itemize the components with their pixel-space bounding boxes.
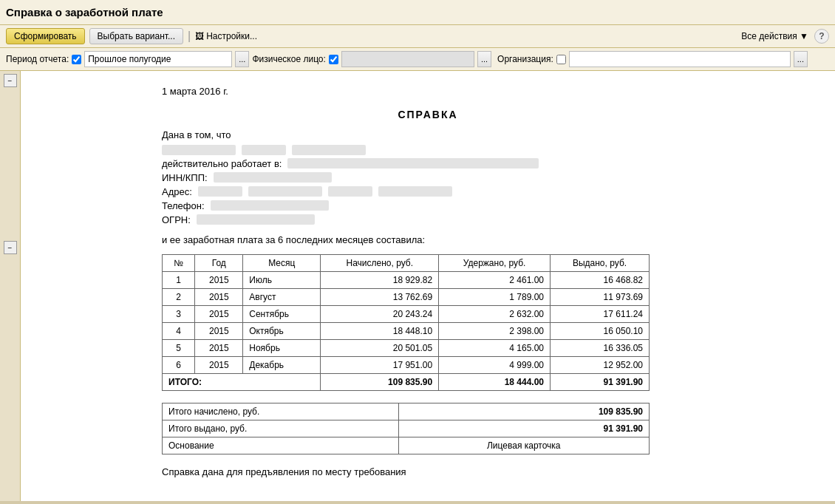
page-header: Справка о заработной плате: [0, 0, 835, 25]
doc-works-at-line: действительно работает в:: [162, 158, 694, 169]
doc-phone-line: Телефон:: [162, 200, 694, 211]
total-accrued: 109 835.90: [321, 374, 439, 391]
doc-intro: Дана в том, что: [162, 129, 694, 140]
cell-issued: 17 611.24: [551, 306, 650, 323]
cell-num: 6: [163, 357, 195, 374]
cell-issued: 16 050.10: [551, 323, 650, 340]
doc-title: СПРАВКА: [162, 109, 694, 120]
blurred-addr-3: [328, 186, 372, 197]
cell-num: 4: [163, 323, 195, 340]
doc-name-line: [162, 145, 694, 155]
address-label: Адрес:: [162, 186, 192, 197]
blurred-ogrn: [197, 214, 315, 225]
salary-table: № Год Месяц Начислено, руб. Удержано, ру…: [162, 254, 650, 391]
org-filter-group: Организация: ...: [497, 51, 808, 67]
all-actions-group: Все действия ▼ ?: [741, 29, 829, 44]
table-row: 2 2015 Август 13 762.69 1 789.00 11 973.…: [163, 289, 650, 306]
table-row: 1 2015 Июль 18 929.82 2 461.00 16 468.82: [163, 272, 650, 289]
table-row: 3 2015 Сентябрь 20 243.24 2 632.00 17 61…: [163, 306, 650, 323]
person-label: Физическое лицо:: [252, 54, 325, 64]
summary-accrued-value: 109 835.90: [398, 403, 649, 420]
summary-row-issued: Итого выдано, руб. 91 391.90: [163, 420, 650, 437]
footer-text: Справка дана для предъявления по месту т…: [162, 466, 694, 477]
blurred-org: [287, 158, 539, 168]
cell-withheld: 2 632.00: [439, 306, 551, 323]
summary-accrued-label: Итого начислено, руб.: [163, 403, 399, 420]
main-area: − − 1 марта 2016 г. СПРАВКА Дана в том, …: [0, 71, 835, 501]
col-header-month: Месяц: [243, 255, 321, 272]
period-checkbox[interactable]: [72, 55, 81, 64]
summary-row-accrued: Итого начислено, руб. 109 835.90: [163, 403, 650, 420]
generate-button[interactable]: Сформировать: [6, 28, 85, 44]
col-header-accrued: Начислено, руб.: [321, 255, 439, 272]
content-area: 1 марта 2016 г. СПРАВКА Дана в том, что …: [21, 71, 835, 501]
period-browse-button[interactable]: ...: [235, 51, 249, 67]
cell-accrued: 20 243.24: [321, 306, 439, 323]
col-header-withheld: Удержано, руб.: [439, 255, 551, 272]
cell-month: Июль: [243, 272, 321, 289]
table-total-row: ИТОГО: 109 835.90 18 444.00 91 391.90: [163, 374, 650, 391]
dropdown-arrow-icon: ▼: [800, 31, 808, 41]
help-button[interactable]: ?: [814, 29, 829, 44]
inn-label: ИНН/КПП:: [162, 172, 208, 183]
collapse-button-top[interactable]: −: [4, 74, 17, 87]
page-title: Справка о заработной плате: [6, 3, 163, 21]
cell-year: 2015: [195, 289, 243, 306]
blurred-name-3: [292, 145, 366, 155]
person-input[interactable]: [341, 51, 474, 67]
cell-withheld: 2 461.00: [439, 272, 551, 289]
toolbar: Сформировать Выбрать вариант... | 🖼 Наст…: [0, 25, 835, 48]
cell-issued: 12 952.00: [551, 357, 650, 374]
cell-month: Декабрь: [243, 357, 321, 374]
total-issued: 91 391.90: [551, 374, 650, 391]
cell-month: Август: [243, 289, 321, 306]
person-browse-button[interactable]: ...: [477, 51, 491, 67]
settings-button[interactable]: 🖼 Настройки...: [195, 31, 257, 41]
total-label: ИТОГО:: [163, 374, 321, 391]
cell-year: 2015: [195, 357, 243, 374]
cell-withheld: 1 789.00: [439, 289, 551, 306]
summary-basis-value: Лицевая карточка: [398, 437, 649, 454]
cell-accrued: 18 929.82: [321, 272, 439, 289]
cell-year: 2015: [195, 323, 243, 340]
blurred-addr-4: [378, 186, 452, 197]
toolbar-separator: |: [188, 30, 191, 43]
col-header-num: №: [163, 255, 195, 272]
doc-inn-line: ИНН/КПП:: [162, 172, 694, 183]
cell-num: 5: [163, 340, 195, 357]
cell-issued: 16 468.82: [551, 272, 650, 289]
collapse-button-mid[interactable]: −: [4, 241, 17, 254]
period-input[interactable]: [84, 51, 232, 67]
col-header-year: Год: [195, 255, 243, 272]
person-checkbox[interactable]: [329, 55, 338, 64]
phone-label: Телефон:: [162, 200, 205, 211]
cell-accrued: 13 762.69: [321, 289, 439, 306]
cell-num: 3: [163, 306, 195, 323]
summary-row-basis: Основание Лицевая карточка: [163, 437, 650, 454]
cell-year: 2015: [195, 306, 243, 323]
blurred-name-2: [242, 145, 286, 155]
left-sidebar: − −: [0, 71, 21, 501]
cell-num: 1: [163, 272, 195, 289]
cell-month: Ноябрь: [243, 340, 321, 357]
cell-month: Октябрь: [243, 323, 321, 340]
col-header-issued: Выдано, руб.: [551, 255, 650, 272]
cell-accrued: 20 501.05: [321, 340, 439, 357]
doc-ogrn-line: ОГРН:: [162, 214, 694, 225]
summary-issued-label: Итого выдано, руб.: [163, 420, 399, 437]
cell-withheld: 4 165.00: [439, 340, 551, 357]
blurred-addr-1: [198, 186, 242, 197]
org-checkbox[interactable]: [556, 55, 566, 64]
table-row: 5 2015 Ноябрь 20 501.05 4 165.00 16 336.…: [163, 340, 650, 357]
org-input[interactable]: [569, 51, 791, 67]
cell-withheld: 2 398.00: [439, 323, 551, 340]
ogrn-label: ОГРН:: [162, 214, 191, 225]
org-browse-button[interactable]: ...: [794, 51, 808, 67]
cell-accrued: 17 951.00: [321, 357, 439, 374]
total-withheld: 18 444.00: [439, 374, 551, 391]
all-actions-button[interactable]: Все действия ▼: [741, 31, 808, 41]
period-label: Период отчета:: [6, 54, 69, 64]
works-at-label: действительно работает в:: [162, 158, 282, 169]
select-variant-button[interactable]: Выбрать вариант...: [89, 28, 183, 44]
blurred-inn: [214, 172, 332, 183]
